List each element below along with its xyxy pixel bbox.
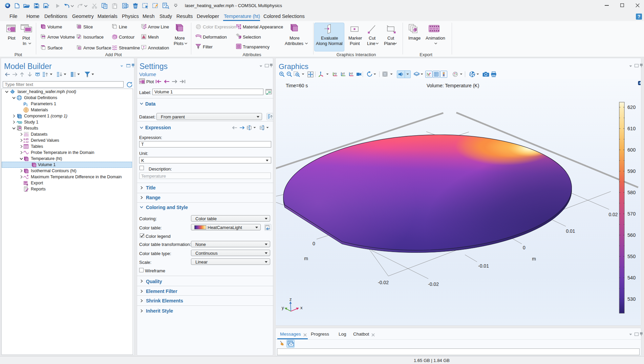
svg-text:m: m <box>304 256 308 261</box>
svg-text:550: 550 <box>627 254 636 259</box>
svg-text:530: 530 <box>627 296 636 302</box>
svg-text:-0.02: -0.02 <box>378 280 389 285</box>
svg-text:610: 610 <box>627 126 636 131</box>
svg-text:590: 590 <box>627 168 636 174</box>
svg-text:0.02: 0.02 <box>608 212 618 217</box>
svg-text:600: 600 <box>627 147 636 153</box>
svg-text:P: P <box>23 101 26 107</box>
svg-text:620: 620 <box>627 105 636 110</box>
svg-text:y: y <box>282 305 284 310</box>
svg-text:0: 0 <box>523 245 525 250</box>
svg-text:540: 540 <box>627 275 636 280</box>
svg-text:0.01: 0.01 <box>566 228 575 234</box>
svg-text:xz: xz <box>350 72 353 75</box>
svg-text:0: 0 <box>313 241 315 246</box>
svg-text:-0.02: -0.02 <box>428 281 439 287</box>
svg-text:e-12: e-12 <box>24 140 29 143</box>
svg-text:580: 580 <box>627 190 636 195</box>
svg-text:m: m <box>532 256 536 261</box>
svg-text:xy: xy <box>334 72 337 75</box>
svg-text:-0.01: -0.01 <box>478 263 489 269</box>
svg-text:i: i <box>26 103 27 107</box>
svg-text:560: 560 <box>627 232 636 238</box>
svg-text:570: 570 <box>627 211 636 217</box>
svg-text:yz: yz <box>342 72 345 75</box>
svg-text:x: x <box>300 305 303 310</box>
svg-text:z: z <box>289 297 292 302</box>
